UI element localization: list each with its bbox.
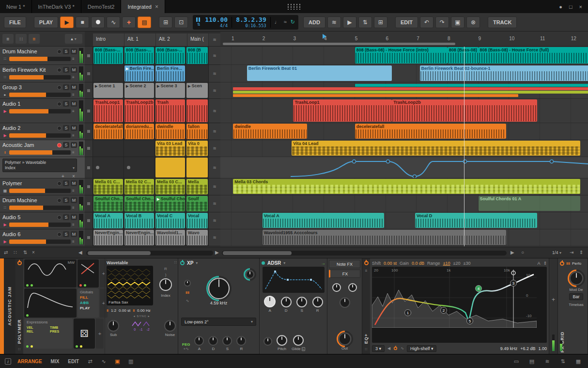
add-device-button[interactable]: + — [552, 296, 555, 303]
eq-range-30-button[interactable]: ±30 — [464, 261, 471, 266]
mute-button[interactable]: M — [71, 231, 77, 237]
filter-title[interactable]: XP — [187, 260, 193, 266]
arranger-clip[interactable]: 808 (Bass-08) — [448, 47, 479, 64]
volume-fader[interactable] — [9, 150, 71, 155]
track-name[interactable]: Drum Machine — [2, 48, 56, 54]
scene-header[interactable]: Alt. 1 — [124, 33, 155, 46]
filter-drive-knob[interactable] — [184, 280, 191, 287]
eq-band-gain-value[interactable]: +6.2 dB — [520, 346, 535, 351]
clip-slot[interactable] — [124, 157, 155, 178]
clip-slot[interactable]: ▶Scene 3 — [155, 82, 186, 98]
filter-power-icon[interactable] — [180, 261, 185, 265]
record-arm-button[interactable] — [57, 215, 62, 220]
eq-band-power-icon[interactable] — [394, 347, 397, 350]
launcher-clip[interactable]: Vita 0 — [186, 141, 208, 156]
track-menu-icon[interactable]: ≡ — [72, 133, 77, 138]
solo-button[interactable]: S — [63, 214, 69, 220]
mixer-panel-icon[interactable]: ≋ — [542, 358, 552, 365]
eq-menu-icon[interactable]: ≡ — [365, 269, 368, 273]
record-arm-button[interactable] — [57, 126, 62, 130]
automation-follow-icon[interactable]: ∿ — [99, 358, 108, 365]
eq-prev-band-icon[interactable]: ◀ — [387, 346, 390, 351]
clip-slot[interactable]: Berlin Fire... — [155, 65, 186, 82]
launcher-clip[interactable]: 808 (B — [186, 47, 208, 64]
launcher-scroll-left-icon[interactable]: ◀ — [78, 250, 82, 255]
sustain-knob[interactable] — [296, 297, 307, 307]
info-icon[interactable]: i — [5, 358, 11, 365]
arranger-track-lane[interactable]: Berlin Firework Beat 01Berlin Firework B… — [220, 65, 588, 82]
track-name[interactable]: Audio 1 — [2, 101, 56, 107]
clip-slot[interactable] — [124, 140, 155, 157]
launcher-clip[interactable]: fallon — [186, 124, 208, 139]
mute-button[interactable]: M — [71, 180, 77, 186]
track-list-view-icon[interactable]: ≡ — [2, 34, 14, 44]
volume-fader[interactable] — [9, 206, 71, 210]
clip-launcher-toggle-icon[interactable]: ▣ — [112, 358, 122, 365]
track-header[interactable]: Berlin Firework KitSM∷≡ — [0, 65, 85, 82]
filter-env-icon[interactable]: ∿ — [186, 299, 189, 303]
track-header[interactable]: Audio 1SM▶≡ — [0, 99, 85, 123]
timeline-overview-bar[interactable] — [223, 43, 455, 45]
eq-range-10-button[interactable]: ±10 — [443, 261, 450, 266]
lane-io-menu-icon[interactable]: ≋ — [209, 140, 220, 157]
punch-in-icon[interactable]: + — [122, 16, 136, 28]
arranger-clip[interactable]: dwindle — [233, 124, 307, 139]
arranger-clip[interactable]: Berlin Firework Beat 01 — [247, 65, 392, 81]
mute-button[interactable]: M — [71, 197, 77, 203]
clip-stop-button[interactable] — [85, 140, 93, 157]
clip-slot[interactable] — [155, 157, 186, 178]
timebase-select[interactable]: Bar — [569, 293, 583, 300]
launcher-clip[interactable]: Wavo — [186, 230, 208, 245]
clip-slot[interactable]: ▶Scen — [186, 82, 209, 98]
clip-stop-button[interactable] — [85, 65, 93, 82]
track-header[interactable]: Group 3SM▸≡ — [0, 82, 85, 99]
arranger-clip[interactable]: Wavoloid1955 Acccolours — [263, 230, 506, 245]
record-arm-button[interactable] — [57, 85, 62, 90]
lane-io-menu-icon[interactable]: ≋ — [209, 65, 220, 82]
fx-tab[interactable]: FX — [329, 270, 360, 278]
bend-down-knob[interactable] — [332, 283, 341, 292]
fx-grid-power-icon[interactable] — [560, 261, 564, 266]
arranger-clip[interactable]: 808 (Bass-08) - House Force (intro) — [355, 47, 448, 64]
groove-icon[interactable]: ≈ — [284, 19, 287, 25]
arranger-track-lane[interactable]: Soulful Chords 01 A — [220, 195, 588, 212]
vel-expression[interactable]: VEL — [27, 326, 47, 329]
track-name[interactable]: Berlin Firework Kit — [2, 67, 56, 73]
edit-view-button[interactable]: EDIT — [65, 357, 81, 366]
play-button[interactable]: ▶ — [60, 16, 74, 28]
envelope-modulator-display[interactable] — [24, 288, 77, 318]
record-arm-button[interactable] — [57, 181, 62, 186]
launcher-clip[interactable]: Mella 02 C... — [124, 179, 154, 194]
eq-expand-icon[interactable]: ⇕ — [543, 261, 547, 266]
pitch-knob[interactable] — [277, 335, 287, 346]
browser-panel-icon[interactable]: ⇅ — [558, 358, 568, 365]
clip-slot[interactable]: fallon — [186, 123, 209, 140]
mute-button[interactable]: M — [71, 214, 77, 220]
record-arm-button[interactable] — [57, 198, 62, 203]
scene-menu-icon[interactable]: ≋ — [209, 33, 220, 46]
launcher-clip[interactable]: Trash — [155, 99, 185, 122]
freq-icon[interactable]: ‖ — [133, 308, 135, 313]
clip-slot[interactable]: Trash — [155, 99, 186, 123]
glide-knob[interactable] — [293, 335, 304, 346]
clip-slot[interactable]: TrashLoop2b — [124, 99, 155, 123]
eq-shift-value[interactable]: 0.00 st — [384, 261, 397, 266]
automation-lane-header[interactable]: Polymer » WavetableIndex▾+× — [0, 157, 85, 178]
wavetable-menu-icon[interactable]: ∷ — [174, 260, 177, 265]
note-fx-tab[interactable]: Note FX — [329, 260, 360, 268]
wavetable-display[interactable]: Farfisa Sax — [107, 266, 153, 305]
scene-header[interactable]: Main ( — [187, 33, 208, 46]
solo-button[interactable]: S — [63, 180, 69, 186]
launcher-clip[interactable] — [186, 158, 208, 177]
wavetable-name[interactable]: Farfisa Sax — [108, 300, 128, 304]
clip-slot[interactable]: Vocal B — [124, 212, 155, 229]
launcher-clip[interactable]: ▶Soulful Cho... — [155, 196, 185, 211]
launcher-clip[interactable]: Soulf — [186, 196, 208, 211]
device-power-icon[interactable] — [17, 261, 22, 265]
release-knob[interactable] — [312, 297, 323, 307]
add-button[interactable]: ADD — [303, 16, 325, 28]
clip-slot[interactable]: Vita 03 Lead — [155, 140, 186, 157]
adsr-envelope-display[interactable] — [263, 267, 325, 293]
follow-playhead-icon[interactable]: ▶ — [343, 16, 356, 28]
playhead[interactable] — [464, 47, 464, 246]
